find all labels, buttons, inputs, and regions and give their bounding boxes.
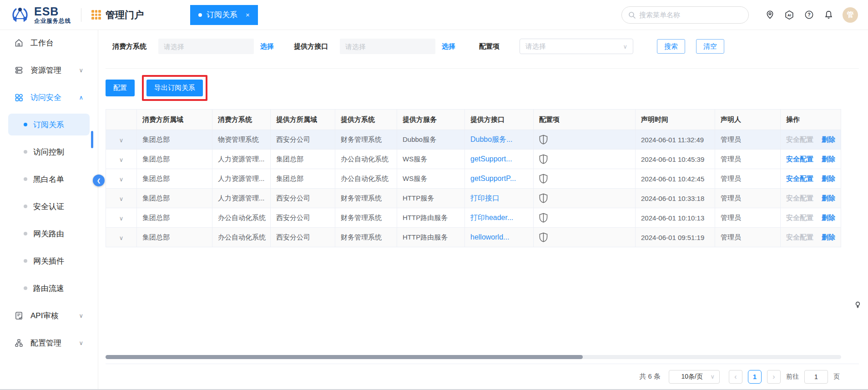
table-row[interactable]: ∨ 集团总部 人力资源管理... 集团总部 办公自动化系统 WS服务 getSu… <box>106 150 841 169</box>
provider-interface-link[interactable]: 打印接口 <box>470 194 500 202</box>
sidebar-item-access-security[interactable]: 访问安全 ∧ <box>8 86 90 108</box>
page-size-select[interactable]: 10条/页 ∨ <box>669 370 720 384</box>
ai-assistant-icon[interactable]: AI <box>784 10 795 20</box>
sidebar-item-resource-mgmt[interactable]: 资源管理 ∨ <box>8 59 90 81</box>
menu-search-box[interactable] <box>621 6 749 24</box>
provider-interface-link[interactable]: Dubbo服务... <box>470 135 512 143</box>
table-row[interactable]: ∨ 集团总部 办公自动化系统 西安分公司 财务管理系统 HTTP路由服务 打印h… <box>106 208 841 228</box>
menu-search-input[interactable] <box>639 11 742 19</box>
horizontal-scrollbar-track[interactable] <box>106 355 841 359</box>
home-icon <box>14 38 24 48</box>
security-config-link[interactable]: 安全配置 <box>786 233 813 241</box>
row-expand-icon[interactable]: ∨ <box>119 215 124 222</box>
security-config-link[interactable]: 安全配置 <box>786 155 813 163</box>
config-shield-icon[interactable] <box>539 193 548 203</box>
table-header-row: 消费方所属域 消费方系统 提供方所属域 提供方系统 提供方服务 提供方接口 配置… <box>106 110 841 130</box>
sidebar-item-gateway-plugin[interactable]: 网关插件 <box>8 250 90 272</box>
provider-interface-link[interactable]: 打印header... <box>470 214 513 221</box>
table-row[interactable]: ∨ 集团总部 物资管理系统 西安分公司 财务管理系统 Dubbo服务 Dubbo… <box>106 130 841 150</box>
row-expand-icon[interactable]: ∨ <box>119 156 124 163</box>
provider-interface-input[interactable] <box>340 39 435 54</box>
search-button[interactable]: 搜索 <box>657 39 685 54</box>
bullet-icon <box>24 232 27 235</box>
table-row[interactable]: ∨ 集团总部 人力资源管理... 集团总部 办公自动化系统 WS服务 getSu… <box>106 169 841 189</box>
help-icon[interactable]: ? <box>803 10 814 20</box>
config-shield-icon[interactable] <box>539 174 548 184</box>
delete-link[interactable]: 删除 <box>822 155 835 163</box>
sidebar-item-workbench[interactable]: 工作台 <box>8 32 90 54</box>
delete-link[interactable]: 删除 <box>822 214 835 221</box>
consumer-system-select-link[interactable]: 选择 <box>260 42 274 51</box>
consumer-system-input[interactable] <box>158 39 254 54</box>
provider-interface-link[interactable]: getSupportP... <box>470 175 516 182</box>
sidebar-item-subscription-relations[interactable]: 订阅关系 <box>8 114 90 135</box>
config-shield-icon[interactable] <box>539 135 548 145</box>
provider-interface-link[interactable]: getSupport... <box>470 155 512 163</box>
config-shield-icon[interactable] <box>539 213 548 223</box>
row-expand-icon[interactable]: ∨ <box>119 195 124 202</box>
config-button[interactable]: 配置 <box>106 80 135 96</box>
sidebar-item-route-rate[interactable]: 路由流速 <box>8 277 90 299</box>
delete-link[interactable]: 删除 <box>822 194 835 202</box>
provider-interface-link[interactable]: helloworld... <box>470 233 509 241</box>
tab-active-dot <box>198 13 202 17</box>
subscriptions-table: 消费方所属域 消费方系统 提供方所属域 提供方系统 提供方服务 提供方接口 配置… <box>106 109 841 247</box>
sidebar-scrollbar-thumb[interactable] <box>91 131 93 148</box>
bullet-icon <box>24 123 27 126</box>
bullet-icon <box>24 286 27 290</box>
goto-label: 前往 <box>786 373 799 381</box>
table-row[interactable]: ∨ 集团总部 办公自动化系统 西安分公司 财务管理系统 HTTP路由服务 hel… <box>106 228 841 247</box>
delete-link[interactable]: 删除 <box>822 135 835 143</box>
row-expand-icon[interactable]: ∨ <box>119 176 124 183</box>
header-divider <box>81 8 81 22</box>
delete-link[interactable]: 删除 <box>822 175 835 182</box>
sidebar-item-config-mgmt[interactable]: 配置管理 ∨ <box>8 332 90 354</box>
clear-button[interactable]: 清空 <box>696 39 724 54</box>
security-config-link[interactable]: 安全配置 <box>786 175 813 182</box>
red-annotation-box: 导出订阅关系 <box>142 75 207 101</box>
bell-icon[interactable] <box>823 10 834 20</box>
provider-interface-label: 提供方接口 <box>294 42 328 51</box>
delete-link[interactable]: 删除 <box>822 233 835 241</box>
document-check-icon <box>14 311 24 320</box>
security-config-link[interactable]: 安全配置 <box>786 214 813 221</box>
config-shield-icon[interactable] <box>539 232 548 242</box>
sidebar-item-api-audit[interactable]: API审核 ∨ <box>8 305 90 326</box>
portal-grid-icon <box>91 10 101 20</box>
sidebar-item-gateway-route[interactable]: 网关路由 <box>8 223 90 245</box>
chevron-down-icon: ∨ <box>79 312 83 319</box>
tab-subscription-relations[interactable]: 订阅关系 × <box>190 5 258 25</box>
search-icon <box>628 11 636 19</box>
row-expand-icon[interactable]: ∨ <box>119 235 124 241</box>
sidebar-item-security-auth[interactable]: 安全认证 <box>8 195 90 217</box>
horizontal-scrollbar-thumb[interactable] <box>106 355 583 359</box>
sidebar-item-access-control[interactable]: 访问控制 <box>8 141 90 163</box>
floating-location-pin-icon[interactable] <box>854 301 862 310</box>
location-icon[interactable] <box>764 10 775 20</box>
chevron-down-icon: ∨ <box>79 340 83 346</box>
chevron-down-icon: ∨ <box>623 43 627 50</box>
goto-unit-label: 页 <box>833 373 840 381</box>
pagination-bar: 共 6 条 10条/页 ∨ ‹ 1 › 前往 页 <box>106 364 859 389</box>
row-expand-icon[interactable]: ∨ <box>119 137 124 144</box>
bullet-icon <box>24 259 27 263</box>
expand-column-header <box>106 110 137 130</box>
tab-close-icon[interactable]: × <box>246 11 250 19</box>
bullet-icon <box>24 205 27 208</box>
security-config-link[interactable]: 安全配置 <box>786 194 813 202</box>
user-avatar[interactable]: 管 <box>843 7 858 23</box>
sidebar-item-blacklist-whitelist[interactable]: 黑白名单 <box>8 168 90 190</box>
config-shield-icon[interactable] <box>539 154 548 164</box>
next-page-button[interactable]: › <box>767 370 781 384</box>
goto-page-input[interactable] <box>804 370 828 384</box>
export-subscriptions-button[interactable]: 导出订阅关系 <box>146 80 203 96</box>
sidebar-collapse-handle[interactable]: ❮ <box>93 175 105 186</box>
table-row[interactable]: ∨ 集团总部 人力资源管理... 西安分公司 财务管理系统 HTTP服务 打印接… <box>106 189 841 208</box>
security-config-link[interactable]: 安全配置 <box>786 135 813 143</box>
prev-page-button[interactable]: ‹ <box>729 370 742 384</box>
page-number-1[interactable]: 1 <box>748 370 762 384</box>
config-item-select[interactable]: 请选择 ∨ <box>520 39 633 54</box>
provider-interface-select-link[interactable]: 选择 <box>442 42 455 51</box>
chevron-up-icon: ∧ <box>79 94 83 101</box>
total-count-label: 共 6 条 <box>639 372 661 381</box>
